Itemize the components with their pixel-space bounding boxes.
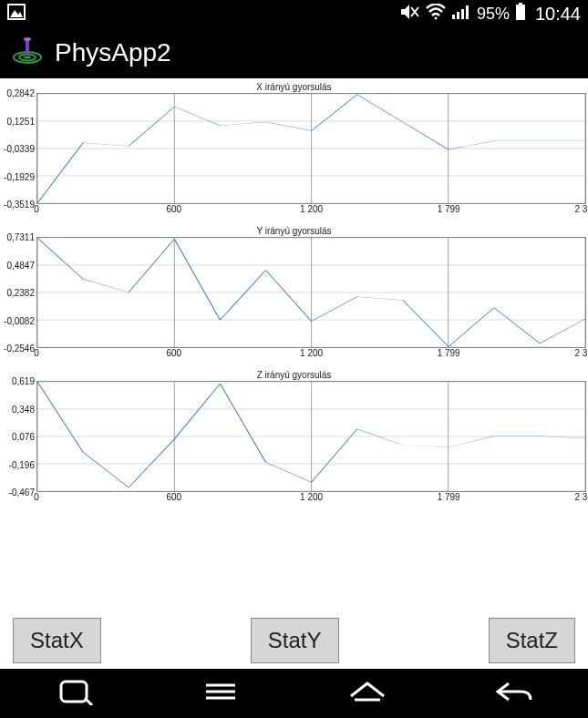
statz-button[interactable]: StatZ [489,618,575,663]
chart-y-yaxis: 0,73110,48470,2382-0,0082-0,2546 [2,237,36,348]
staty-button[interactable]: StatY [251,618,339,663]
svg-marker-2 [401,5,409,19]
chart-z-xaxis: 06001 2001 7992 399 [36,492,586,505]
status-bar: 95% 10:44 [0,0,588,27]
nav-apps-icon[interactable] [48,678,99,709]
statx-button[interactable]: StatX [13,618,101,663]
nav-menu-icon[interactable] [195,678,246,709]
wifi-icon [426,4,446,25]
app-bar: PhysApp2 [0,27,588,78]
chart-y-plot [37,238,585,347]
chart-z-yaxis: 0,6190,3480,076-0,196-0,467 [2,381,36,492]
svg-rect-11 [516,5,525,20]
chart-y: Y irányú gyorsulás 0,73110,48470,2382-0,… [2,226,586,361]
clock: 10:44 [535,4,581,25]
mute-icon [400,4,420,25]
nav-bar [0,669,588,718]
battery-pct: 95% [477,5,510,24]
nav-back-icon[interactable] [489,678,540,709]
chart-x-plot [37,94,585,203]
svg-rect-6 [452,15,455,19]
signal-icon [451,4,471,25]
svg-rect-15 [26,39,29,56]
chart-x-yaxis: 0,28420,1251-0,0339-0,1929-0,3519 [2,93,36,204]
chart-z: Z irányú gyorsulás 0,6190,3480,076-0,196… [2,370,586,505]
svg-point-16 [24,37,31,41]
svg-rect-10 [519,3,522,5]
svg-marker-1 [10,10,23,17]
chart-z-plot [37,382,585,491]
app-icon [11,34,44,73]
chart-x-xaxis: 06001 2001 7992 399 [36,204,586,217]
nav-home-icon[interactable] [342,678,393,709]
button-row: StatX StatY StatZ [0,618,588,663]
svg-rect-7 [457,12,459,19]
chart-y-title: Y irányú gyorsulás [2,226,586,237]
svg-point-14 [24,56,31,58]
chart-x: X irányú gyorsulás 0,28420,1251-0,0339-0… [2,82,586,217]
chart-x-title: X irányú gyorsulás [2,82,586,93]
screenshot-icon [7,4,26,25]
svg-rect-47 [61,682,87,702]
chart-y-xaxis: 06001 2001 7992 399 [36,348,586,361]
chart-area: X irányú gyorsulás 0,28420,1251-0,0339-0… [0,78,588,505]
chart-z-title: Z irányú gyorsulás [2,370,586,381]
svg-rect-9 [466,5,469,19]
app-title: PhysApp2 [55,38,171,67]
battery-icon [515,3,526,26]
svg-line-48 [85,698,92,705]
svg-point-5 [434,16,437,19]
svg-rect-8 [461,9,464,19]
